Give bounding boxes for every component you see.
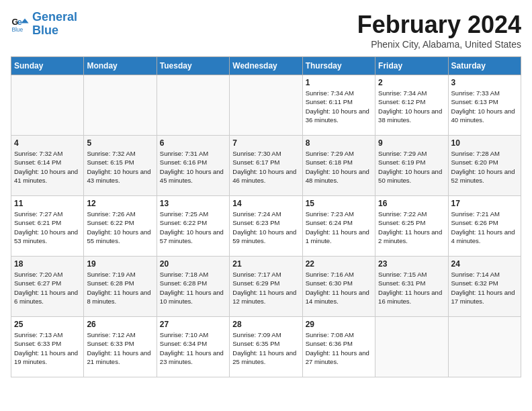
day-number: 16: [378, 199, 445, 208]
day-number: 11: [14, 199, 81, 208]
cell-content: Sunrise: 7:32 AM Sunset: 6:14 PM Dayligh…: [14, 149, 81, 185]
day-number: 18: [14, 259, 81, 269]
calendar-cell: [157, 75, 229, 136]
day-number: 3: [451, 78, 518, 87]
calendar-cell: [11, 75, 84, 136]
calendar-cell: 12 Sunrise: 7:26 AM Sunset: 6:22 PM Dayl…: [84, 196, 157, 257]
cell-content: Sunrise: 7:22 AM Sunset: 6:25 PM Dayligh…: [378, 210, 445, 245]
day-number: 26: [87, 320, 153, 329]
cell-content: Sunrise: 7:20 AM Sunset: 6:27 PM Dayligh…: [14, 270, 81, 306]
logo-name: GeneralBlue: [32, 11, 77, 38]
cell-content: Sunrise: 7:10 AM Sunset: 6:34 PM Dayligh…: [160, 330, 226, 366]
calendar-week-row: 11 Sunrise: 7:27 AM Sunset: 6:21 PM Dayl…: [11, 196, 521, 257]
day-number: 20: [160, 259, 226, 269]
calendar-cell: 29 Sunrise: 7:08 AM Sunset: 6:36 PM Dayl…: [302, 317, 375, 377]
svg-text:Blue: Blue: [11, 26, 23, 33]
calendar-cell: 6 Sunrise: 7:31 AM Sunset: 6:16 PM Dayli…: [157, 136, 229, 196]
cell-content: Sunrise: 7:30 AM Sunset: 6:17 PM Dayligh…: [232, 149, 299, 185]
calendar-cell: 16 Sunrise: 7:22 AM Sunset: 6:25 PM Dayl…: [375, 196, 448, 257]
day-number: 29: [306, 320, 372, 329]
cell-content: Sunrise: 7:14 AM Sunset: 6:32 PM Dayligh…: [451, 270, 518, 306]
cell-content: Sunrise: 7:17 AM Sunset: 6:29 PM Dayligh…: [232, 270, 299, 306]
day-number: 9: [378, 138, 445, 148]
calendar-cell: 8 Sunrise: 7:29 AM Sunset: 6:18 PM Dayli…: [302, 136, 375, 196]
weekday-header: Friday: [375, 57, 448, 75]
logo: G e Blue GeneralBlue: [11, 11, 77, 38]
calendar-cell: 3 Sunrise: 7:33 AM Sunset: 6:13 PM Dayli…: [448, 75, 521, 136]
day-number: 23: [378, 259, 445, 269]
cell-content: Sunrise: 7:34 AM Sunset: 6:12 PM Dayligh…: [378, 89, 445, 124]
day-number: 13: [160, 199, 226, 208]
calendar-cell: [375, 317, 448, 377]
cell-content: Sunrise: 7:34 AM Sunset: 6:11 PM Dayligh…: [306, 89, 372, 124]
day-number: 22: [306, 259, 372, 269]
weekday-header: Sunday: [11, 57, 84, 75]
weekday-header: Tuesday: [157, 57, 229, 75]
day-number: 28: [232, 320, 299, 329]
cell-content: Sunrise: 7:21 AM Sunset: 6:26 PM Dayligh…: [451, 210, 518, 245]
cell-content: Sunrise: 7:13 AM Sunset: 6:33 PM Dayligh…: [14, 330, 81, 366]
cell-content: Sunrise: 7:15 AM Sunset: 6:31 PM Dayligh…: [378, 270, 445, 306]
day-number: 4: [14, 138, 81, 148]
calendar-table: SundayMondayTuesdayWednesdayThursdayFrid…: [11, 56, 521, 377]
calendar-cell: 14 Sunrise: 7:24 AM Sunset: 6:23 PM Dayl…: [230, 196, 302, 257]
calendar-cell: 22 Sunrise: 7:16 AM Sunset: 6:30 PM Dayl…: [302, 257, 375, 317]
calendar-cell: 7 Sunrise: 7:30 AM Sunset: 6:17 PM Dayli…: [230, 136, 302, 196]
calendar-cell: 9 Sunrise: 7:29 AM Sunset: 6:19 PM Dayli…: [375, 136, 448, 196]
day-number: 2: [378, 78, 445, 87]
calendar-cell: 20 Sunrise: 7:18 AM Sunset: 6:28 PM Dayl…: [157, 257, 229, 317]
calendar-cell: 18 Sunrise: 7:20 AM Sunset: 6:27 PM Dayl…: [11, 257, 84, 317]
calendar-cell: 11 Sunrise: 7:27 AM Sunset: 6:21 PM Dayl…: [11, 196, 84, 257]
calendar-cell: 27 Sunrise: 7:10 AM Sunset: 6:34 PM Dayl…: [157, 317, 229, 377]
weekday-header-row: SundayMondayTuesdayWednesdayThursdayFrid…: [11, 57, 521, 75]
cell-content: Sunrise: 7:28 AM Sunset: 6:20 PM Dayligh…: [451, 149, 518, 185]
calendar-cell: 15 Sunrise: 7:23 AM Sunset: 6:24 PM Dayl…: [302, 196, 375, 257]
weekday-header: Thursday: [302, 57, 375, 75]
calendar-cell: 24 Sunrise: 7:14 AM Sunset: 6:32 PM Dayl…: [448, 257, 521, 317]
calendar-week-row: 25 Sunrise: 7:13 AM Sunset: 6:33 PM Dayl…: [11, 317, 521, 377]
day-number: 19: [87, 259, 153, 269]
calendar-cell: 2 Sunrise: 7:34 AM Sunset: 6:12 PM Dayli…: [375, 75, 448, 136]
calendar-cell: 10 Sunrise: 7:28 AM Sunset: 6:20 PM Dayl…: [448, 136, 521, 196]
cell-content: Sunrise: 7:19 AM Sunset: 6:28 PM Dayligh…: [87, 270, 153, 306]
calendar-week-row: 4 Sunrise: 7:32 AM Sunset: 6:14 PM Dayli…: [11, 136, 521, 196]
day-number: 5: [87, 138, 153, 148]
page-header: G e Blue GeneralBlue February 2024 Pheni…: [11, 11, 521, 50]
cell-content: Sunrise: 7:31 AM Sunset: 6:16 PM Dayligh…: [160, 149, 226, 185]
day-number: 25: [14, 320, 81, 329]
cell-content: Sunrise: 7:16 AM Sunset: 6:30 PM Dayligh…: [306, 270, 372, 306]
month-title: February 2024: [357, 11, 521, 39]
location-title: Phenix City, Alabama, United States: [357, 39, 521, 50]
calendar-week-row: 1 Sunrise: 7:34 AM Sunset: 6:11 PM Dayli…: [11, 75, 521, 136]
weekday-header: Monday: [84, 57, 157, 75]
cell-content: Sunrise: 7:24 AM Sunset: 6:23 PM Dayligh…: [232, 210, 299, 245]
svg-marker-2: [21, 18, 28, 23]
svg-text:e: e: [17, 17, 22, 27]
day-number: 1: [306, 78, 372, 87]
calendar-cell: [448, 317, 521, 377]
day-number: 14: [232, 199, 299, 208]
calendar-week-row: 18 Sunrise: 7:20 AM Sunset: 6:27 PM Dayl…: [11, 257, 521, 317]
day-number: 27: [160, 320, 226, 329]
title-area: February 2024 Phenix City, Alabama, Unit…: [357, 11, 521, 50]
cell-content: Sunrise: 7:29 AM Sunset: 6:18 PM Dayligh…: [306, 149, 372, 185]
calendar-cell: 4 Sunrise: 7:32 AM Sunset: 6:14 PM Dayli…: [11, 136, 84, 196]
weekday-header: Saturday: [448, 57, 521, 75]
calendar-cell: 5 Sunrise: 7:32 AM Sunset: 6:15 PM Dayli…: [84, 136, 157, 196]
calendar-cell: 1 Sunrise: 7:34 AM Sunset: 6:11 PM Dayli…: [302, 75, 375, 136]
cell-content: Sunrise: 7:09 AM Sunset: 6:35 PM Dayligh…: [232, 330, 299, 366]
calendar-cell: [84, 75, 157, 136]
calendar-cell: 23 Sunrise: 7:15 AM Sunset: 6:31 PM Dayl…: [375, 257, 448, 317]
cell-content: Sunrise: 7:27 AM Sunset: 6:21 PM Dayligh…: [14, 210, 81, 245]
day-number: 24: [451, 259, 518, 269]
day-number: 17: [451, 199, 518, 208]
day-number: 6: [160, 138, 226, 148]
cell-content: Sunrise: 7:33 AM Sunset: 6:13 PM Dayligh…: [451, 89, 518, 124]
cell-content: Sunrise: 7:08 AM Sunset: 6:36 PM Dayligh…: [306, 330, 372, 366]
calendar-cell: 17 Sunrise: 7:21 AM Sunset: 6:26 PM Dayl…: [448, 196, 521, 257]
cell-content: Sunrise: 7:18 AM Sunset: 6:28 PM Dayligh…: [160, 270, 226, 306]
calendar-cell: [230, 75, 302, 136]
cell-content: Sunrise: 7:32 AM Sunset: 6:15 PM Dayligh…: [87, 149, 153, 185]
calendar-cell: 28 Sunrise: 7:09 AM Sunset: 6:35 PM Dayl…: [230, 317, 302, 377]
calendar-cell: 25 Sunrise: 7:13 AM Sunset: 6:33 PM Dayl…: [11, 317, 84, 377]
